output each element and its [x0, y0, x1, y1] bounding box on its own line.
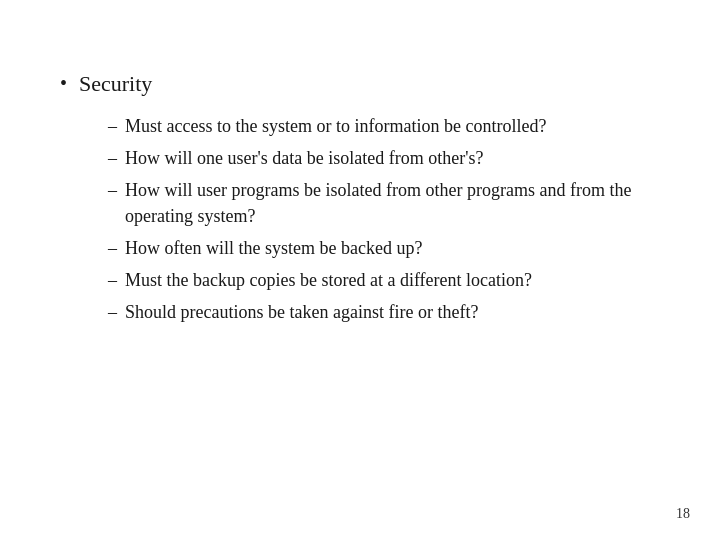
sub-bullet-text-6: Should precautions be taken against fire…: [125, 299, 478, 325]
dash-4: –: [108, 235, 117, 261]
sub-bullets-list: – Must access to the system or to inform…: [108, 113, 660, 326]
bullet-dot: •: [60, 70, 67, 96]
page-number: 18: [676, 506, 690, 522]
dash-1: –: [108, 113, 117, 139]
sub-bullet-1: – Must access to the system or to inform…: [108, 113, 660, 139]
sub-bullet-3: – How will user programs be isolated fro…: [108, 177, 660, 229]
sub-bullet-text-2: How will one user's data be isolated fro…: [125, 145, 483, 171]
dash-2: –: [108, 145, 117, 171]
sub-bullet-text-4: How often will the system be backed up?: [125, 235, 422, 261]
slide: • Security – Must access to the system o…: [0, 0, 720, 540]
sub-bullet-text-3: How will user programs be isolated from …: [125, 177, 660, 229]
sub-bullet-text-1: Must access to the system or to informat…: [125, 113, 546, 139]
sub-bullet-6: – Should precautions be taken against fi…: [108, 299, 660, 325]
dash-6: –: [108, 299, 117, 325]
dash-5: –: [108, 267, 117, 293]
sub-bullet-2: – How will one user's data be isolated f…: [108, 145, 660, 171]
sub-bullet-5: – Must the backup copies be stored at a …: [108, 267, 660, 293]
sub-bullet-text-5: Must the backup copies be stored at a di…: [125, 267, 532, 293]
dash-3: –: [108, 177, 117, 203]
sub-bullet-4: – How often will the system be backed up…: [108, 235, 660, 261]
main-bullet-text: Security: [79, 70, 152, 99]
main-bullet-item: • Security: [60, 70, 660, 99]
